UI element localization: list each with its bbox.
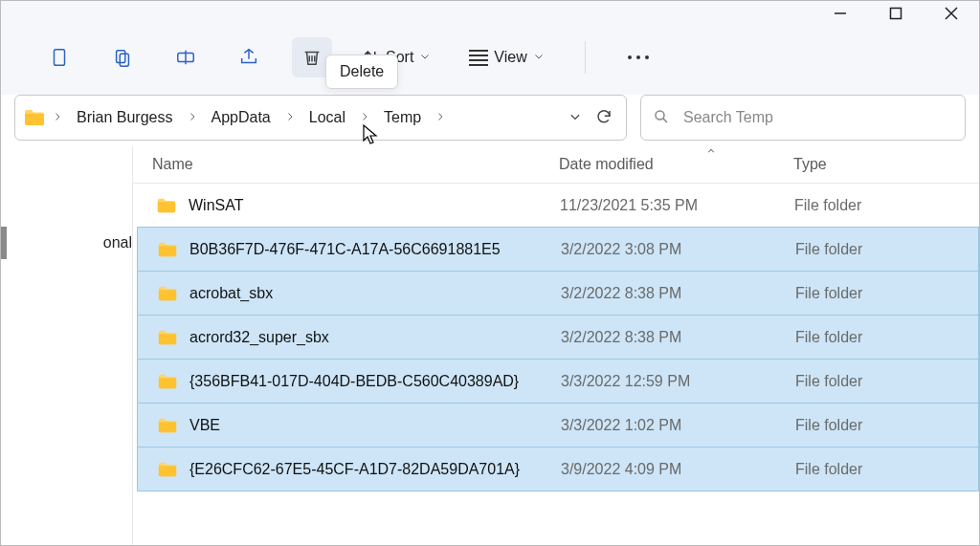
folder-icon [157, 239, 178, 260]
column-type[interactable]: Type [793, 156, 979, 173]
table-row[interactable]: acrobat_sbx3/2/2022 8:38 PMFile folder [137, 271, 979, 316]
refresh-icon[interactable] [595, 108, 612, 128]
file-date: 3/2/2022 3:08 PM [561, 241, 795, 258]
column-name[interactable]: Name [152, 156, 559, 173]
svg-rect-1 [55, 50, 65, 66]
breadcrumb-segment[interactable]: Brian Burgess [69, 103, 181, 132]
minimize-button[interactable] [813, 1, 868, 26]
sidebar-item[interactable]: onal [1, 227, 132, 259]
history-dropdown-icon[interactable] [568, 110, 582, 126]
copy-icon[interactable] [102, 37, 143, 77]
file-type: File folder [795, 417, 978, 434]
file-date: 3/9/2022 4:09 PM [561, 461, 795, 478]
file-type: File folder [794, 197, 979, 214]
file-list: WinSAT11/23/2021 5:35 PMFile folderB0B36… [133, 184, 979, 545]
chevron-down-icon [419, 49, 431, 66]
content: onal Name Date modified Type WinSAT11/23… [1, 141, 979, 545]
svg-point-5 [656, 111, 664, 120]
column-headers: Name Date modified Type [133, 146, 979, 184]
file-date: 11/23/2021 5:35 PM [560, 197, 794, 214]
table-row[interactable]: acrord32_super_sbx3/2/2022 8:38 PMFile f… [137, 315, 979, 360]
folder-icon [157, 327, 178, 348]
chevron-right-icon [50, 110, 65, 125]
file-area: Name Date modified Type WinSAT11/23/2021… [133, 146, 979, 545]
file-type: File folder [795, 241, 978, 258]
file-date: 3/3/2022 12:59 PM [561, 373, 795, 390]
explorer-window: Delete Sort View [0, 0, 980, 546]
titlebar [1, 1, 979, 26]
table-row[interactable]: WinSAT11/23/2021 5:35 PMFile folder [137, 184, 979, 228]
folder-icon [157, 415, 178, 436]
view-button[interactable]: View [461, 45, 551, 70]
maximize-button[interactable] [868, 1, 924, 26]
column-date[interactable]: Date modified [559, 156, 793, 173]
svg-rect-0 [891, 9, 902, 19]
nav-row: Brian Burgess AppData Local Temp [1, 95, 979, 141]
table-row[interactable]: B0B36F7D-476F-471C-A17A-56C6691881E53/2/… [137, 227, 979, 272]
folder-icon [157, 459, 178, 480]
svg-rect-3 [120, 54, 128, 66]
file-type: File folder [795, 461, 978, 478]
share-icon[interactable] [229, 37, 269, 77]
list-icon [469, 50, 488, 66]
file-date: 3/3/2022 1:02 PM [561, 417, 795, 434]
file-name: WinSAT [189, 197, 243, 214]
view-label: View [494, 49, 526, 66]
file-name: acrord32_super_sbx [189, 329, 329, 346]
toolbar-divider [585, 41, 586, 74]
close-button[interactable] [924, 1, 979, 26]
table-row[interactable]: {356BFB41-017D-404D-BEDB-C560C40389AD}3/… [137, 359, 979, 404]
search-input[interactable] [683, 109, 953, 126]
file-type: File folder [795, 373, 978, 390]
file-name: acrobat_sbx [189, 285, 273, 302]
chevron-right-icon [433, 110, 448, 125]
breadcrumb-segment[interactable]: Temp [376, 103, 429, 132]
folder-icon [156, 195, 177, 216]
search-bar[interactable] [640, 95, 966, 141]
breadcrumb-segment[interactable]: AppData [204, 103, 278, 132]
file-name: {E26CFC62-67E5-45CF-A1D7-82DA59DA701A} [189, 461, 520, 478]
cut-icon[interactable] [39, 37, 79, 77]
chevron-down-icon [533, 49, 545, 66]
file-name: B0B36F7D-476F-471C-A17A-56C6691881E5 [189, 241, 501, 258]
folder-icon [23, 106, 46, 129]
chevron-right-icon [185, 110, 200, 125]
file-name: VBE [189, 417, 220, 434]
delete-tooltip: Delete [325, 55, 398, 89]
file-type: File folder [795, 285, 978, 302]
search-icon [653, 108, 670, 128]
file-name: {356BFB41-017D-404D-BEDB-C560C40389AD} [189, 373, 519, 390]
file-date: 3/2/2022 8:38 PM [561, 285, 795, 302]
sort-ascending-icon [705, 146, 717, 160]
svg-rect-2 [117, 51, 125, 63]
rename-icon[interactable] [166, 37, 206, 77]
file-date: 3/2/2022 8:38 PM [561, 329, 795, 346]
toolbar: Delete Sort View [1, 26, 979, 95]
breadcrumb-segment[interactable]: Local [301, 103, 353, 132]
folder-icon [157, 283, 178, 304]
navigation-pane: onal [1, 146, 133, 545]
chevron-right-icon [282, 110, 298, 125]
more-options-icon[interactable] [618, 37, 658, 77]
file-type: File folder [795, 329, 978, 346]
table-row[interactable]: VBE3/3/2022 1:02 PMFile folder [137, 403, 979, 448]
cursor-icon [361, 123, 380, 146]
address-bar[interactable]: Brian Burgess AppData Local Temp [14, 95, 627, 141]
folder-icon [157, 371, 178, 392]
table-row[interactable]: {E26CFC62-67E5-45CF-A1D7-82DA59DA701A}3/… [137, 447, 979, 491]
